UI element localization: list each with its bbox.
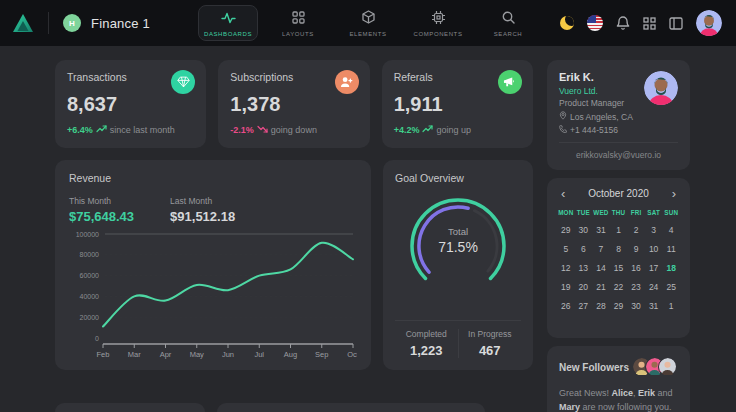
- phone-icon: [559, 125, 567, 135]
- grid-icon: [292, 10, 305, 28]
- vuero-logo-icon[interactable]: [12, 13, 34, 33]
- calendar-day[interactable]: 27: [575, 301, 593, 311]
- calendar-day[interactable]: 9: [627, 244, 645, 254]
- stat-trend: -2.1% going down: [230, 125, 357, 135]
- followers-message: Great News! Alice, Erik and Mary are now…: [559, 387, 678, 412]
- calendar-weekday: SUN: [662, 209, 680, 216]
- calendar-next-icon[interactable]: ›: [670, 189, 678, 199]
- svg-text:100000: 100000: [76, 231, 99, 238]
- calendar-day[interactable]: 12: [557, 263, 575, 273]
- transactions-card: Transactions 8,637 +6.4% since last mont…: [55, 60, 206, 148]
- last-month-block: Last Month $91,512.18: [170, 196, 235, 224]
- trend-down-icon: [257, 125, 268, 135]
- calendar-month: October 2020: [588, 188, 649, 199]
- calendar-day[interactable]: 17: [645, 263, 663, 273]
- dark-mode-toggle-moon-icon[interactable]: [560, 16, 574, 30]
- calendar-day[interactable]: 3: [645, 225, 663, 235]
- project-badge[interactable]: H: [63, 14, 81, 32]
- calendar-day[interactable]: 30: [575, 225, 593, 235]
- calendar-day[interactable]: 5: [557, 244, 575, 254]
- calendar-day[interactable]: 16: [627, 263, 645, 273]
- calendar-day[interactable]: 19: [557, 282, 575, 292]
- referals-card: Referals 1,911 +4.2% going up: [382, 60, 533, 148]
- dashboard-content: Transactions 8,637 +6.4% since last mont…: [0, 46, 736, 412]
- calendar-day[interactable]: 29: [557, 225, 575, 235]
- calendar-day[interactable]: 21: [592, 282, 610, 292]
- calendar-day[interactable]: 24: [645, 282, 663, 292]
- next-row-partial: [55, 403, 533, 412]
- follower-avatars: [632, 357, 678, 377]
- calendar-day[interactable]: 22: [610, 282, 628, 292]
- cpu-icon: [432, 10, 445, 28]
- user-avatar[interactable]: [696, 10, 722, 36]
- goal-overview-card: Goal Overview Total 71.5% Completed: [383, 160, 533, 370]
- calendar-day[interactable]: 11: [662, 244, 680, 254]
- tab-label: ELEMENTS: [349, 31, 386, 37]
- profile-location: Los Angeles, CA: [559, 111, 644, 122]
- calendar-day[interactable]: 13: [575, 263, 593, 273]
- gauge-percent: 71.5%: [398, 239, 518, 255]
- profile-email[interactable]: erikkovalsky@vuero.io: [559, 142, 678, 160]
- inprogress-stat: In Progress 467: [458, 329, 522, 358]
- calendar-weekday: THU: [610, 209, 628, 216]
- svg-text:40000: 40000: [80, 293, 100, 300]
- profile-role: Product Manager: [559, 98, 644, 108]
- profile-avatar[interactable]: [644, 71, 678, 105]
- calendar-day[interactable]: 23: [627, 282, 645, 292]
- partial-card: [217, 403, 485, 412]
- calendar-weekday: WED: [592, 209, 610, 216]
- calendar-day[interactable]: 1: [610, 225, 628, 235]
- calendar-day[interactable]: 31: [592, 225, 610, 235]
- tab-elements[interactable]: ELEMENTS: [338, 5, 398, 41]
- goal-title: Goal Overview: [395, 172, 521, 184]
- gauge-center: Total 71.5%: [398, 226, 518, 255]
- svg-text:60000: 60000: [80, 272, 100, 279]
- calendar-day[interactable]: 28: [592, 301, 610, 311]
- calendar-prev-icon[interactable]: ‹: [559, 189, 567, 199]
- tab-search[interactable]: SEARCH: [478, 5, 538, 41]
- calendar-day[interactable]: 25: [662, 282, 680, 292]
- tab-components[interactable]: COMPONENTS: [408, 5, 468, 41]
- apps-grid-icon[interactable]: [643, 17, 656, 30]
- profile-card: Erik K. Vuero Ltd. Product Manager Los A…: [547, 60, 690, 170]
- last-month-value: $91,512.18: [170, 209, 235, 224]
- this-month-value: $75,648.43: [69, 209, 134, 224]
- notifications-bell-icon[interactable]: [616, 16, 630, 31]
- svg-text:May: May: [190, 350, 204, 359]
- svg-text:Mar: Mar: [128, 350, 141, 359]
- calendar-card: ‹ October 2020 › MONTUEWEDTHUFRISATSUN 2…: [547, 178, 690, 338]
- goal-gauge: Total 71.5%: [398, 188, 518, 296]
- profile-company[interactable]: Vuero Ltd.: [559, 86, 644, 96]
- profile-name: Erik K.: [559, 71, 644, 83]
- calendar-day[interactable]: 1: [662, 301, 680, 311]
- revenue-card: Revenue This Month $75,648.43 Last Month…: [55, 160, 371, 370]
- calendar-day[interactable]: 4: [662, 225, 680, 235]
- calendar-day[interactable]: 31: [645, 301, 663, 311]
- calendar-day[interactable]: 6: [575, 244, 593, 254]
- tab-dashboards[interactable]: DASHBOARDS: [198, 5, 258, 41]
- calendar-day[interactable]: 18: [662, 263, 680, 273]
- follower-avatar[interactable]: [658, 357, 678, 377]
- calendar-day[interactable]: 26: [557, 301, 575, 311]
- gem-icon: [171, 70, 195, 94]
- tab-label: LAYOUTS: [282, 31, 314, 37]
- calendar-grid: 2930311234567891011121314151617181920212…: [557, 225, 680, 311]
- calendar-day[interactable]: 14: [592, 263, 610, 273]
- calendar-day[interactable]: 30: [627, 301, 645, 311]
- tab-layouts[interactable]: LAYOUTS: [268, 5, 328, 41]
- calendar-day[interactable]: 10: [645, 244, 663, 254]
- svg-text:20000: 20000: [80, 314, 100, 321]
- revenue-line-chart: 020000400006000080000100000FebMarAprMayJ…: [69, 226, 357, 360]
- calendar-day[interactable]: 8: [610, 244, 628, 254]
- calendar-day[interactable]: 20: [575, 282, 593, 292]
- search-icon: [502, 10, 515, 28]
- sidebar-panel-icon[interactable]: [669, 17, 683, 30]
- language-flag-us-icon[interactable]: [587, 15, 603, 31]
- cube-icon: [362, 10, 375, 28]
- calendar-day[interactable]: 2: [627, 225, 645, 235]
- main-nav-tabs: DASHBOARDS LAYOUTS ELEMENTS: [198, 0, 538, 46]
- calendar-day[interactable]: 7: [592, 244, 610, 254]
- calendar-day[interactable]: 29: [610, 301, 628, 311]
- new-followers-card: New Followers Great News! Alice, Erik an…: [547, 346, 690, 412]
- calendar-day[interactable]: 15: [610, 263, 628, 273]
